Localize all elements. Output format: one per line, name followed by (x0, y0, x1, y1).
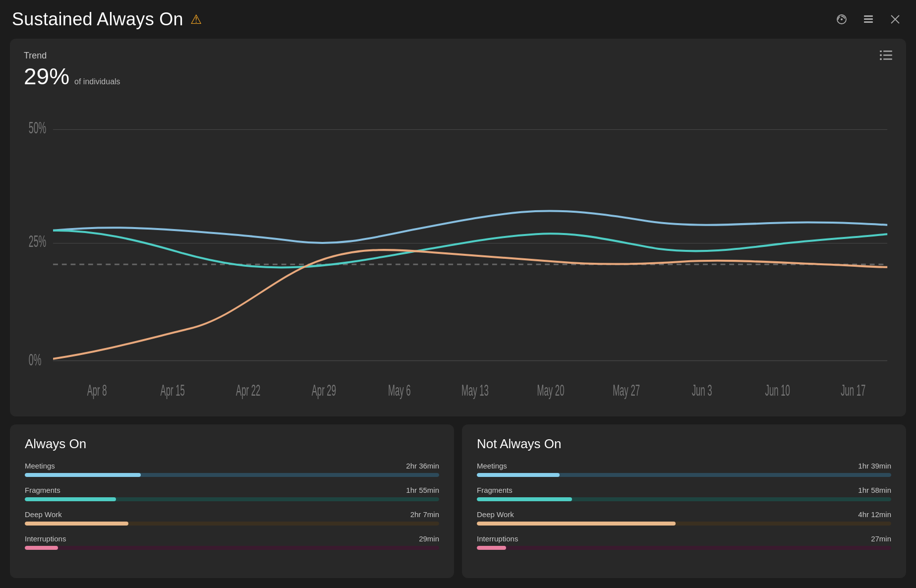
page-title: Sustained Always On (12, 9, 183, 30)
trend-card: Trend 29% of individuals 50% 25% 0% (10, 39, 906, 416)
metric-value: 1hr 39min (858, 462, 891, 470)
svg-rect-8 (883, 55, 892, 56)
list-button[interactable] (859, 10, 877, 28)
metric-row-fragments-nao: Fragments 1hr 58min (477, 486, 891, 501)
svg-rect-4 (864, 21, 873, 23)
metric-value: 1hr 58min (858, 486, 891, 494)
metric-value: 1hr 55min (406, 486, 439, 494)
metric-name: Fragments (25, 486, 60, 494)
metric-row-deepwork-nao: Deep Work 4hr 12min (477, 510, 891, 526)
chart-menu-button[interactable] (879, 51, 892, 62)
svg-point-11 (880, 54, 882, 56)
refresh-button[interactable] (833, 10, 851, 28)
svg-text:Apr 8: Apr 8 (87, 381, 107, 399)
bar-interruptions-ao (25, 546, 439, 550)
svg-rect-3 (864, 18, 873, 20)
bar-meetings-nao (477, 473, 891, 477)
svg-text:Apr 15: Apr 15 (161, 381, 185, 399)
bar-fragments-ao (25, 497, 439, 501)
metric-name: Interruptions (477, 534, 518, 543)
not-always-on-card: Not Always On Meetings 1hr 39min Fragmen… (462, 424, 906, 578)
svg-text:May 13: May 13 (461, 381, 489, 399)
svg-text:Jun 3: Jun 3 (692, 381, 712, 399)
bar-fragments-nao (477, 497, 891, 501)
header-left: Sustained Always On ⚠ (12, 9, 202, 30)
svg-text:May 20: May 20 (537, 381, 565, 399)
svg-text:50%: 50% (29, 118, 46, 137)
bar-deepwork-nao (477, 522, 891, 526)
chart-area: 50% 25% 0% Apr 8 Apr 15 Apr 22 (24, 95, 892, 407)
svg-point-12 (880, 58, 882, 60)
metric-row-deepwork-ao: Deep Work 2hr 7min (25, 510, 439, 526)
metric-value: 2hr 7min (410, 510, 439, 519)
svg-text:May 6: May 6 (388, 381, 411, 399)
not-always-on-title: Not Always On (477, 436, 891, 452)
bar-meetings-ao (25, 473, 439, 477)
bar-interruptions-nao (477, 546, 891, 550)
svg-text:25%: 25% (29, 232, 46, 250)
bottom-row: Always On Meetings 2hr 36min Fragments 1… (10, 424, 906, 578)
svg-text:Jun 10: Jun 10 (765, 381, 790, 399)
always-on-title: Always On (25, 436, 439, 452)
svg-text:May 27: May 27 (613, 381, 640, 399)
trend-percent: 29% (24, 63, 69, 90)
metric-value: 4hr 12min (858, 510, 891, 519)
header: Sustained Always On ⚠ (10, 9, 906, 30)
metric-value: 2hr 36min (406, 462, 439, 470)
metric-name: Interruptions (25, 534, 66, 543)
header-right (833, 10, 904, 28)
bar-deepwork-ao (25, 522, 439, 526)
svg-text:0%: 0% (29, 351, 42, 369)
always-on-card: Always On Meetings 2hr 36min Fragments 1… (10, 424, 454, 578)
metric-name: Deep Work (25, 510, 62, 519)
svg-text:Jun 17: Jun 17 (841, 381, 865, 399)
trend-chart: 50% 25% 0% Apr 8 Apr 15 Apr 22 (24, 95, 892, 407)
trend-subtitle: of individuals (74, 77, 120, 86)
metric-name: Deep Work (477, 510, 514, 519)
warning-icon: ⚠ (190, 12, 202, 27)
svg-rect-7 (883, 51, 892, 52)
metric-value: 27min (871, 534, 891, 543)
metric-name: Fragments (477, 486, 513, 494)
svg-text:Apr 22: Apr 22 (236, 381, 260, 399)
metric-row-interruptions-ao: Interruptions 29min (25, 534, 439, 550)
metric-row-fragments-ao: Fragments 1hr 55min (25, 486, 439, 501)
trend-percent-row: 29% of individuals (24, 63, 892, 90)
metric-name: Meetings (477, 462, 507, 470)
svg-rect-2 (864, 15, 873, 17)
svg-point-1 (841, 18, 843, 20)
svg-point-10 (880, 51, 882, 52)
svg-rect-9 (883, 59, 892, 60)
svg-text:Apr 29: Apr 29 (312, 381, 336, 399)
metric-row-meetings-nao: Meetings 1hr 39min (477, 462, 891, 477)
metric-name: Meetings (25, 462, 55, 470)
metric-value: 29min (419, 534, 439, 543)
app-container: Sustained Always On ⚠ (0, 0, 916, 588)
metric-row-meetings-ao: Meetings 2hr 36min (25, 462, 439, 477)
trend-label: Trend (24, 51, 892, 61)
close-button[interactable] (886, 10, 904, 28)
metric-row-interruptions-nao: Interruptions 27min (477, 534, 891, 550)
